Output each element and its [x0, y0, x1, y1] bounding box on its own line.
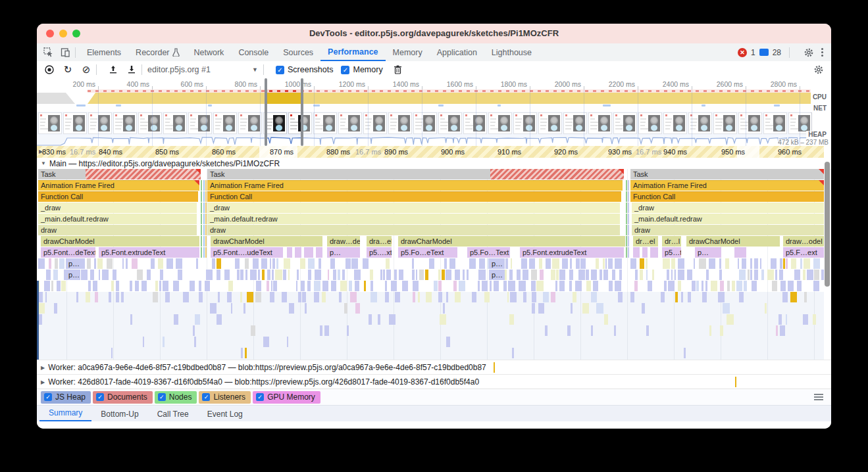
clear-button[interactable]: ⊘ — [80, 64, 92, 76]
tab-sources[interactable]: Sources — [276, 45, 320, 60]
flame-bar-p5-fo-text[interactable]: p5.Fo…Text — [467, 247, 510, 258]
flame-bar-dr-el[interactable]: dr…el — [633, 236, 658, 247]
flame-bar-p5-font-extrudetext[interactable]: p5.Font.extrudeText — [99, 247, 199, 258]
collapse-icon[interactable]: ▼ — [41, 160, 46, 166]
screenshots-checkbox[interactable]: ✓ Screenshots — [276, 65, 333, 74]
flame-bar-drawcharmodel[interactable]: drawCharModel — [41, 236, 199, 247]
legend-documents-checkbox[interactable]: ✓Documents — [93, 391, 153, 404]
tab-application[interactable]: Application — [430, 45, 484, 60]
expand-icon[interactable]: ▶ — [41, 379, 45, 385]
tab-recorder[interactable]: Recorder — [128, 45, 186, 60]
flame-bar-drawcharmodel[interactable]: drawCharModel — [211, 236, 322, 247]
tab-network[interactable]: Network — [187, 45, 232, 60]
flame-bar-task[interactable]: Task — [207, 169, 624, 179]
flame-bar-p-[interactable]: p… — [66, 258, 80, 269]
tab-memory[interactable]: Memory — [386, 45, 430, 60]
flame-bar-animation-frame-fired[interactable]: Animation Frame Fired — [630, 180, 824, 191]
details-tab-summary[interactable]: Summary — [39, 406, 91, 421]
legend-gpu-memory-checkbox[interactable]: ✓GPU Memory — [253, 391, 320, 404]
flame-bar[interactable] — [642, 247, 648, 258]
flame-bar-p-[interactable]: p… — [695, 247, 721, 258]
main-track-header[interactable]: ▼ Main — https://editor.p5js.org/davepag… — [37, 158, 831, 170]
flame-bar-animation-frame-fired[interactable]: Animation Frame Fired — [207, 180, 623, 191]
flame-bar--main-default-redraw[interactable]: _main.default.redraw — [207, 214, 620, 224]
flame-bar--main-default-redraw[interactable]: _main.default.redraw — [632, 214, 824, 224]
flame-bar-drawcharmodel[interactable]: drawCharModel — [398, 236, 625, 247]
flame-bar-function-call[interactable]: Function Call — [38, 191, 198, 202]
window-titlebar[interactable]: DevTools - editor.p5js.org/davepagurek/s… — [37, 24, 831, 44]
flamechart-time-ruler[interactable]: ▶ 830 ms16.7 ms840 ms850 ms860 ms870 ms8… — [37, 146, 824, 158]
selection-left-handle[interactable] — [265, 78, 267, 146]
details-tab-bottom-up[interactable]: Bottom-Up — [91, 407, 147, 421]
flame-bar-p5-f-ext[interactable]: p5.F…ext — [783, 247, 824, 258]
legend-js-heap-checkbox[interactable]: ✓JS Heap — [41, 391, 91, 404]
worker-track-1[interactable]: ▶ Worker: a0ca967a-9e6e-4de6-8f57-c19bdb… — [37, 360, 831, 375]
console-errors-icon[interactable]: ✕ — [738, 48, 747, 57]
flame-bar[interactable] — [316, 247, 322, 258]
legend-listeners-checkbox[interactable]: ✓Listeners — [199, 391, 251, 404]
flame-bar-drawcharmodel[interactable]: drawCharModel — [686, 236, 780, 247]
timeline-overview[interactable]: 200 ms400 ms600 ms800 ms1000 ms1200 ms14… — [37, 78, 831, 146]
issues-icon[interactable] — [759, 49, 769, 56]
flame-bar-p5-font-extrudetext[interactable]: p5.Font.extrudeText — [520, 247, 624, 258]
memory-checkbox[interactable]: ✓ Memory — [341, 65, 382, 74]
worker-track-2[interactable]: ▶ Worker: 426d8017-fade-4019-8367-d16f0d… — [37, 374, 831, 389]
flame-bar[interactable] — [650, 247, 658, 258]
flame-bar-animation-frame-fired[interactable]: Animation Frame Fired — [38, 180, 199, 191]
flame-bar-draw[interactable]: draw — [207, 225, 620, 235]
flame-bar[interactable] — [304, 247, 313, 258]
expand-icon[interactable]: ▶ — [41, 365, 45, 371]
flame-bar[interactable] — [287, 247, 292, 258]
tab-lighthouse[interactable]: Lighthouse — [484, 45, 539, 60]
flame-bar-draw[interactable]: draw — [38, 225, 197, 235]
flame-bar[interactable] — [295, 247, 301, 258]
flame-bar-draw-del[interactable]: draw…del — [327, 236, 360, 247]
flame-bar-p-[interactable]: p… — [327, 247, 360, 258]
vertical-scrollbar[interactable] — [825, 162, 830, 287]
flame-bar-p5-font-udetext[interactable]: p5.Font….udeText — [211, 247, 283, 258]
selection-right-handle[interactable] — [301, 78, 303, 146]
flame-bar-p-[interactable]: p… — [489, 258, 505, 269]
main-flamechart[interactable]: TaskTaskTaskAnimation Frame FiredAnimati… — [37, 169, 824, 360]
flame-bar--draw[interactable]: _draw — [38, 202, 197, 213]
more-options-icon[interactable] — [819, 48, 826, 57]
flame-bar-p-[interactable]: p… — [489, 270, 505, 280]
legend-nodes-checkbox[interactable]: ✓Nodes — [155, 391, 197, 404]
save-profile-icon[interactable] — [126, 64, 138, 76]
flame-bar-p5-xt[interactable]: p5.…xt — [367, 247, 392, 258]
record-button[interactable] — [43, 64, 55, 76]
flame-bar--draw[interactable]: _draw — [632, 202, 824, 213]
capture-settings-gear-icon[interactable] — [813, 64, 825, 76]
tab-console[interactable]: Console — [231, 45, 276, 60]
flame-bar-function-call[interactable]: Function Call — [630, 191, 824, 202]
tab-elements[interactable]: Elements — [80, 45, 128, 60]
flame-bar-task[interactable]: Task — [38, 169, 201, 179]
flame-bar-p5-font-detext[interactable]: p5.Font…deText — [41, 247, 95, 258]
tab-performance[interactable]: Performance — [320, 44, 385, 61]
hamburger-menu-icon[interactable] — [814, 394, 823, 400]
flame-bar-draw[interactable]: draw — [632, 225, 824, 235]
details-tab-call-tree[interactable]: Call Tree — [148, 407, 198, 421]
flame-bar-function-call[interactable]: Function Call — [207, 191, 621, 202]
flame-bar-p-[interactable]: p… — [66, 270, 80, 280]
details-tab-event-log[interactable]: Event Log — [198, 407, 252, 421]
settings-gear-icon[interactable] — [803, 47, 815, 59]
flame-bar--main-default-redraw[interactable]: _main.default.redraw — [38, 214, 197, 224]
flame-sliver — [539, 258, 543, 269]
flame-sliver — [628, 180, 629, 191]
flame-bar-p5-fo-etext[interactable]: p5.Fo…eText — [398, 247, 457, 258]
flame-bar-dra-el[interactable]: dra…el — [367, 236, 392, 247]
flame-bar-task[interactable]: Task — [630, 169, 824, 179]
flame-bar[interactable] — [734, 247, 746, 258]
flame-bar-p5-t[interactable]: p5…t — [662, 247, 681, 258]
inspect-element-icon[interactable] — [42, 47, 54, 59]
flame-bar--draw[interactable]: _draw — [207, 202, 620, 213]
flame-bar[interactable] — [633, 247, 640, 258]
device-toolbar-icon[interactable] — [59, 47, 71, 59]
reload-and-record-button[interactable]: ↻ — [62, 64, 74, 76]
trash-icon[interactable] — [392, 64, 404, 76]
profile-select[interactable]: editor.p5js.org #1 ▼ — [147, 65, 258, 74]
flame-bar-draw-odel[interactable]: draw…odel — [783, 236, 824, 247]
flame-bar-dr-l[interactable]: dr…l — [662, 236, 681, 247]
load-profile-icon[interactable] — [107, 64, 119, 76]
